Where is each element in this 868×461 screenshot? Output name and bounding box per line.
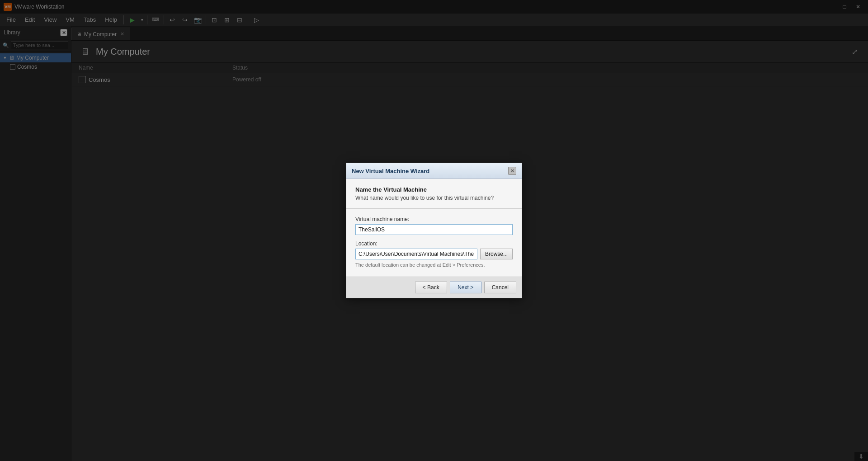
location-input[interactable]	[355, 249, 477, 259]
dialog-section-subtitle: What name would you like to use for this…	[355, 195, 513, 201]
back-button[interactable]: < Back	[415, 282, 447, 293]
dialog-title: New Virtual Machine Wizard	[352, 168, 429, 174]
dialog-close-button[interactable]: ✕	[508, 167, 516, 175]
vm-name-label: Virtual machine name:	[355, 216, 513, 222]
dialog-section-title: Name the Virtual Machine	[355, 186, 513, 193]
location-row: Browse...	[355, 249, 513, 259]
dialog-body: Name the Virtual Machine What name would…	[346, 179, 522, 277]
location-hint: The default location can be changed at E…	[355, 262, 513, 268]
cancel-button[interactable]: Cancel	[484, 282, 516, 293]
vm-name-input[interactable]	[355, 224, 513, 235]
dialog-titlebar: New Virtual Machine Wizard ✕	[346, 163, 522, 179]
browse-button[interactable]: Browse...	[480, 249, 513, 259]
next-button[interactable]: Next >	[450, 282, 481, 293]
dialog-separator	[346, 208, 522, 209]
dialog: New Virtual Machine Wizard ✕ Name the Vi…	[346, 163, 522, 298]
dialog-footer: < Back Next > Cancel	[346, 277, 522, 298]
modal-overlay: New Virtual Machine Wizard ✕ Name the Vi…	[0, 0, 868, 461]
location-label: Location:	[355, 240, 513, 247]
